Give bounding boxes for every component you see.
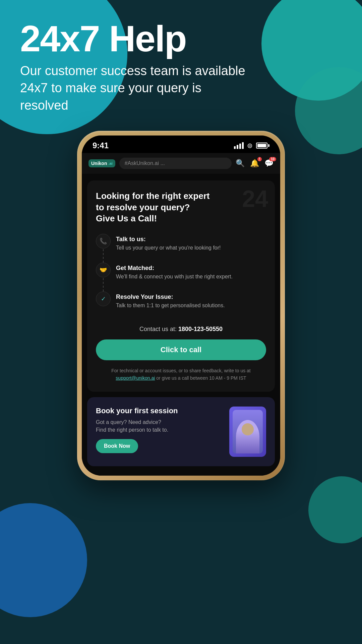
video-person [233,410,263,453]
step-3-line-wrapper: ✓ [96,291,111,306]
footer-note: For technical or account issues, or to s… [96,367,266,382]
search-icon-button[interactable]: 🔍 [236,159,245,168]
battery-icon [256,143,269,149]
bottom-card-desc: Got a query? Need advice?Find the right … [96,419,224,434]
contact-label: Contact us at: [139,326,177,332]
step-3-content: Resolve Your Issue: Talk to them 1:1 to … [116,291,225,316]
signal-bar-4 [242,142,244,149]
step-1-title: Talk to us: [116,236,221,243]
subtitle: Our customer success team is available 2… [20,62,248,114]
step-2-line-wrapper: 🤝 [96,263,111,291]
chat-badge: 10 [269,157,276,161]
wifi-icon: ⊚ [247,142,253,150]
checkmark-icon: ✓ [101,295,106,303]
app-header: Unikon .ai #AskUnikon.ai ... 🔍 🔔 ! 💬 [82,153,280,174]
signal-bars-icon [234,142,244,149]
handshake-icon: 🤝 [100,266,107,274]
step-1: 📞 Talk to us: Tell us your query or what… [96,234,266,263]
status-bar: 9:41 ⊚ [82,136,280,153]
search-placeholder: #AskUnikon.ai ... [125,160,165,166]
video-preview [229,407,266,457]
main-title: 24x7 Help [20,20,342,57]
contact-text: Contact us at: 1800-123-50550 [96,326,266,333]
step-1-desc: Tell us your query or what you're lookin… [116,244,221,252]
header-icons: 🔍 🔔 ! 💬 10 [236,159,274,168]
signal-bar-1 [234,146,236,149]
header-section: 24x7 Help Our customer success team is a… [0,0,362,127]
step-2-content: Get Matched: We'll find & connect you wi… [116,263,233,287]
bottom-card: Book your first session Got a query? Nee… [87,397,275,466]
notification-bell-button[interactable]: 🔔 ! [250,159,259,168]
search-bar[interactable]: #AskUnikon.ai ... [119,158,232,169]
notification-badge: ! [257,157,262,161]
footer-note-text: For technical or account issues, or to s… [111,368,251,373]
bottom-card-content: Book your first session Got a query? Nee… [96,407,224,453]
blob-blue-bottom-left [0,503,87,617]
logo-text: Unikon [91,161,107,166]
bottom-card-title: Book your first session [96,407,224,415]
phone-outer: 9:41 ⊚ [77,131,285,480]
step-1-line-wrapper: 📞 [96,234,111,263]
main-card: 24 Looking for the right expertto resolv… [87,180,275,392]
contact-section: Contact us at: 1800-123-50550 [96,326,266,333]
chat-button[interactable]: 💬 10 [264,159,274,168]
watermark: 24 [242,187,268,211]
signal-bar-2 [237,145,238,149]
footer-note-text2: or give us a call between 10 AM - 9 PM I… [155,375,246,381]
step-1-connector [103,249,104,263]
notch [168,136,194,145]
person-silhouette [236,420,259,453]
phone-inner: 9:41 ⊚ [82,136,280,476]
step-2-icon: 🤝 [96,263,111,277]
phone-wrapper: 9:41 ⊚ [0,131,362,480]
blob-teal-bottom-right [308,476,362,543]
contact-number: 1800-123-50550 [178,326,223,332]
search-icon: 🔍 [236,159,245,167]
step-1-content: Talk to us: Tell us your query or what y… [116,234,221,258]
step-2-connector [103,278,104,291]
status-right: ⊚ [234,142,269,150]
step-2-title: Get Matched: [116,265,233,272]
steps-list: 📞 Talk to us: Tell us your query or what… [96,234,266,316]
step-3-desc: Talk to them 1:1 to get personalised sol… [116,302,225,309]
phone-icon: 📞 [100,237,107,245]
app-content: 24 Looking for the right expertto resolv… [82,174,280,476]
logo-badge: Unikon .ai [88,159,115,167]
step-3: ✓ Resolve Your Issue: Talk to them 1:1 t… [96,291,266,316]
step-2: 🤝 Get Matched: We'll find & connect you … [96,263,266,291]
status-time: 9:41 [93,141,109,150]
step-1-icon: 📞 [96,234,111,249]
footer-email[interactable]: support@unikon.ai [116,375,155,381]
call-button[interactable]: Click to call [96,339,266,360]
step-3-icon: ✓ [96,291,111,306]
call-button-label: Click to call [161,345,201,354]
step-3-title: Resolve Your Issue: [116,293,225,301]
logo-suffix: .ai [108,161,112,165]
signal-bar-3 [239,144,241,149]
card-heading: Looking for the right expertto resolve y… [96,191,229,224]
book-now-button[interactable]: Book Now [96,439,138,453]
step-2-desc: We'll find & connect you with just the r… [116,273,233,280]
person-head [242,423,254,435]
